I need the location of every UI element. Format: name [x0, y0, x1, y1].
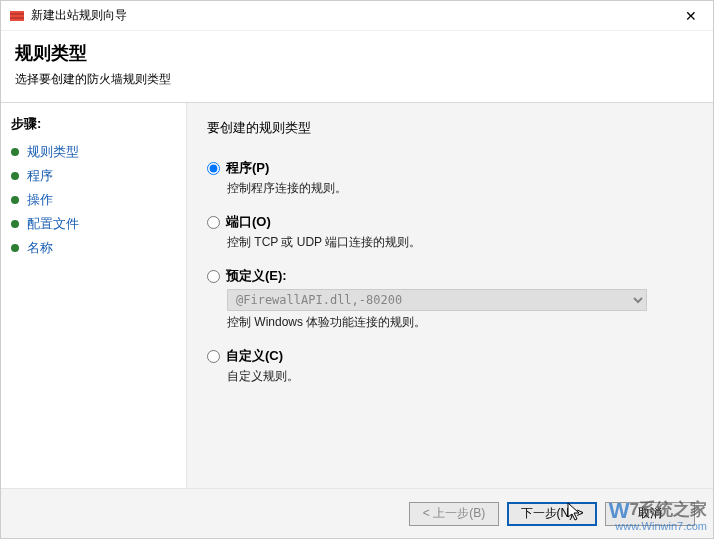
firewall-icon: [9, 8, 25, 24]
next-button[interactable]: 下一步(N) >: [507, 502, 597, 526]
predefined-dropdown: @FirewallAPI.dll,-80200: [227, 289, 647, 311]
radio-custom[interactable]: [207, 350, 220, 363]
step-profile[interactable]: 配置文件: [11, 215, 176, 233]
step-bullet-icon: [11, 220, 19, 228]
option-program: 程序(P) 控制程序连接的规则。: [207, 159, 693, 197]
step-link[interactable]: 程序: [27, 167, 53, 185]
option-port: 端口(O) 控制 TCP 或 UDP 端口连接的规则。: [207, 213, 693, 251]
option-label[interactable]: 端口(O): [226, 213, 271, 231]
step-bullet-icon: [11, 196, 19, 204]
page-title: 规则类型: [15, 41, 699, 65]
option-label[interactable]: 程序(P): [226, 159, 269, 177]
step-rule-type[interactable]: 规则类型: [11, 143, 176, 161]
page-subtitle: 选择要创建的防火墙规则类型: [15, 71, 699, 88]
radio-predefined[interactable]: [207, 270, 220, 283]
option-desc: 控制 TCP 或 UDP 端口连接的规则。: [227, 234, 693, 251]
close-button[interactable]: ✕: [677, 8, 705, 24]
step-bullet-icon: [11, 148, 19, 156]
svg-rect-1: [10, 11, 24, 13]
wizard-content: 要创建的规则类型 程序(P) 控制程序连接的规则。 端口(O) 控制 TCP 或…: [186, 103, 713, 498]
option-desc: 控制程序连接的规则。: [227, 180, 693, 197]
option-desc: 自定义规则。: [227, 368, 693, 385]
step-name[interactable]: 名称: [11, 239, 176, 257]
step-bullet-icon: [11, 244, 19, 252]
svg-rect-3: [10, 19, 24, 21]
option-predefined: 预定义(E): @FirewallAPI.dll,-80200 控制 Windo…: [207, 267, 693, 331]
wizard-footer: < 上一步(B) 下一步(N) > 取消: [1, 488, 713, 538]
wizard-header: 规则类型 选择要创建的防火墙规则类型: [1, 31, 713, 103]
titlebar: 新建出站规则向导 ✕: [1, 1, 713, 31]
wizard-body: 步骤: 规则类型 程序 操作 配置文件 名称 要创建的规则类型 程序(P): [1, 103, 713, 498]
step-action[interactable]: 操作: [11, 191, 176, 209]
step-program[interactable]: 程序: [11, 167, 176, 185]
option-desc: 控制 Windows 体验功能连接的规则。: [227, 314, 693, 331]
option-custom: 自定义(C) 自定义规则。: [207, 347, 693, 385]
content-prompt: 要创建的规则类型: [207, 119, 693, 137]
back-button: < 上一步(B): [409, 502, 499, 526]
step-link[interactable]: 规则类型: [27, 143, 79, 161]
steps-heading: 步骤:: [11, 115, 176, 133]
step-link[interactable]: 名称: [27, 239, 53, 257]
radio-port[interactable]: [207, 216, 220, 229]
steps-sidebar: 步骤: 规则类型 程序 操作 配置文件 名称: [1, 103, 186, 498]
step-link[interactable]: 配置文件: [27, 215, 79, 233]
radio-program[interactable]: [207, 162, 220, 175]
step-bullet-icon: [11, 172, 19, 180]
cancel-button[interactable]: 取消: [605, 502, 695, 526]
step-link[interactable]: 操作: [27, 191, 53, 209]
svg-rect-2: [10, 15, 24, 17]
option-label[interactable]: 自定义(C): [226, 347, 283, 365]
window-title: 新建出站规则向导: [31, 7, 677, 24]
option-label[interactable]: 预定义(E):: [226, 267, 287, 285]
